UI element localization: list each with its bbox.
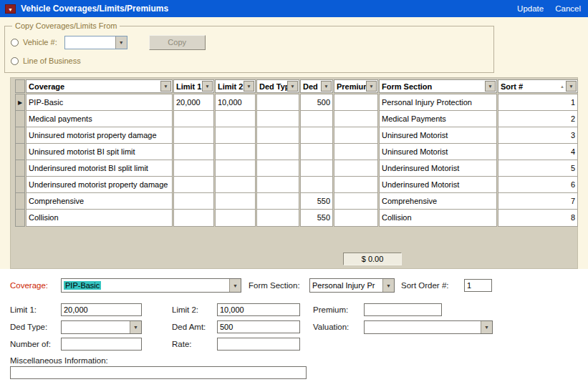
column-filter-arrow-icon[interactable]: ▼ — [366, 81, 377, 92]
grid-row[interactable]: ▶ Uninsured motorist property damage Uni… — [15, 127, 577, 144]
ded-type-dropdown[interactable]: ▼ — [61, 320, 142, 334]
dropdown-arrow-icon[interactable]: ▼ — [382, 279, 394, 292]
ded-type-label: Ded Type: — [10, 323, 47, 331]
cell-ded: 500 — [300, 94, 333, 112]
valuation-label: Valuation: — [313, 323, 349, 331]
cell-ded: 550 — [300, 209, 333, 227]
column-header-6[interactable]: Form Section ▲ ▼ — [379, 79, 497, 93]
title-bar: ▼ Vehicle Coverages/Limits/Premiums Upda… — [0, 0, 588, 17]
cell-form-section: Underinsured Motorist — [379, 160, 497, 177]
cell-ded-type — [256, 176, 299, 194]
ded-amt-label: Ded Amt: — [172, 323, 206, 331]
column-filter-arrow-icon[interactable]: ▼ — [566, 81, 577, 92]
grid-row[interactable]: ▶ Collision 550 Collision 8 — [15, 209, 577, 226]
window-menu-icon[interactable]: ▼ — [5, 4, 16, 14]
premium-total: $ 0.00 — [343, 253, 402, 265]
cell-ded: 550 — [300, 192, 333, 210]
dropdown-arrow-icon[interactable]: ▼ — [229, 279, 241, 292]
grid-row[interactable]: ▶ PIP-Basic 20,000 10,000 500 Personal I… — [15, 94, 577, 111]
coverage-dropdown[interactable]: PIP-Basic ▼ — [61, 278, 241, 293]
valuation-dropdown[interactable]: ▼ — [364, 320, 493, 334]
cell-coverage: Medical payments — [26, 110, 173, 128]
cell-limit2 — [215, 192, 256, 210]
column-filter-arrow-icon[interactable]: ▼ — [202, 81, 213, 92]
line-of-business-radio-label: Line of Business — [23, 57, 81, 65]
cell-limit1 — [173, 160, 214, 177]
column-header-4[interactable]: Ded ▲ ▼ — [300, 79, 333, 93]
column-header-1[interactable]: Limit 1 ▲ ▼ — [173, 79, 214, 93]
grid-row[interactable]: ▶ Medical payments Medical Payments 2 — [15, 110, 577, 127]
ded-amt-input[interactable] — [217, 320, 300, 333]
column-header-5[interactable]: Premium ▲ ▼ — [334, 79, 378, 93]
rate-input[interactable] — [217, 338, 300, 351]
vehicle-radio-label: Vehicle #: — [23, 38, 57, 46]
copy-coverages-panel: Copy Coverages/Limits From Vehicle #: ▼ … — [4, 21, 494, 73]
row-selector: ▶ — [15, 110, 25, 128]
column-filter-arrow-icon[interactable]: ▼ — [287, 81, 298, 92]
sort-order-input[interactable] — [464, 279, 492, 292]
limit2-input[interactable] — [217, 303, 300, 316]
dropdown-arrow-icon[interactable]: ▼ — [115, 36, 127, 49]
row-selector: ▶ — [15, 143, 25, 161]
grid-row[interactable]: ▶ Underinsured motorist property damage … — [15, 176, 577, 193]
cell-form-section: Collision — [379, 209, 497, 227]
column-header-0[interactable]: Coverage ▲ ▼ — [26, 79, 173, 93]
limit1-label: Limit 1: — [10, 305, 37, 314]
cell-sort: 4 — [498, 143, 578, 161]
limit1-input[interactable] — [61, 303, 142, 316]
column-filter-arrow-icon[interactable]: ▼ — [485, 81, 496, 92]
update-button[interactable]: Update — [517, 4, 544, 13]
column-filter-arrow-icon[interactable]: ▼ — [244, 81, 254, 92]
cell-limit1 — [173, 192, 214, 210]
cell-premium — [334, 209, 378, 227]
column-header-3[interactable]: Ded Type ▲ ▼ — [256, 79, 299, 93]
rate-label: Rate: — [172, 340, 192, 348]
cell-limit1 — [173, 127, 214, 144]
cell-premium — [334, 143, 378, 161]
row-selector: ▶ — [15, 192, 25, 210]
cell-ded-type — [256, 209, 299, 227]
cell-ded — [300, 127, 333, 144]
cell-limit2 — [215, 176, 256, 194]
dropdown-arrow-icon[interactable]: ▼ — [130, 321, 141, 333]
sort-ascending-icon: ▲ — [560, 84, 564, 89]
cell-form-section: Medical Payments — [379, 110, 497, 128]
cell-ded-type — [256, 192, 299, 210]
cancel-button[interactable]: Cancel — [555, 4, 581, 13]
number-of-input[interactable] — [61, 338, 142, 351]
number-of-label: Number of: — [10, 340, 51, 348]
dropdown-arrow-icon[interactable]: ▼ — [481, 321, 492, 333]
page-title: Vehicle Coverages/Limits/Premiums — [21, 4, 168, 14]
grid-corner-cell — [15, 79, 25, 93]
cell-sort: 6 — [498, 176, 578, 194]
form-section-dropdown[interactable]: Personal Injury Pr ▼ — [309, 278, 395, 293]
column-filter-arrow-icon[interactable]: ▼ — [160, 81, 171, 92]
cell-sort: 1 — [498, 94, 578, 112]
premium-input[interactable] — [364, 303, 442, 316]
row-selector: ▶ — [15, 160, 25, 177]
cell-premium — [334, 94, 378, 112]
misc-info-input[interactable] — [10, 366, 307, 379]
column-header-2[interactable]: Limit 2 ▲ ▼ — [215, 79, 256, 93]
line-of-business-radio[interactable] — [11, 57, 19, 65]
cell-limit1 — [173, 110, 214, 128]
column-filter-arrow-icon[interactable]: ▼ — [321, 81, 332, 92]
cell-limit2 — [215, 160, 256, 177]
grid-row[interactable]: ▶ Uninsured motorist BI spit limit Unins… — [15, 143, 577, 160]
grid-body: ▶ PIP-Basic 20,000 10,000 500 Personal I… — [15, 94, 577, 226]
grid-row[interactable]: ▶ Comprehensive 550 Comprehensive 7 — [15, 192, 577, 210]
misc-info-label: Miscellaneous Information: — [10, 356, 108, 365]
cell-ded — [300, 176, 333, 194]
grid-row[interactable]: ▶ Underinsured motorist BI split limit U… — [15, 160, 577, 177]
vehicle-number-dropdown[interactable]: ▼ — [64, 36, 127, 49]
copy-button[interactable]: Copy — [149, 35, 206, 50]
cell-coverage: PIP-Basic — [26, 94, 173, 112]
cell-ded — [300, 143, 333, 161]
row-selector: ▶ — [15, 176, 25, 194]
cell-limit2 — [215, 143, 256, 161]
coverages-grid: Coverage ▲ ▼ Limit 1 ▲ ▼ Limit 2 ▲ ▼ Ded… — [10, 77, 578, 269]
vehicle-radio[interactable] — [11, 39, 19, 46]
column-header-7[interactable]: Sort # ▲ ▼ — [498, 79, 578, 93]
cell-ded-type — [256, 143, 299, 161]
current-row-arrow-icon: ▶ — [18, 99, 22, 106]
